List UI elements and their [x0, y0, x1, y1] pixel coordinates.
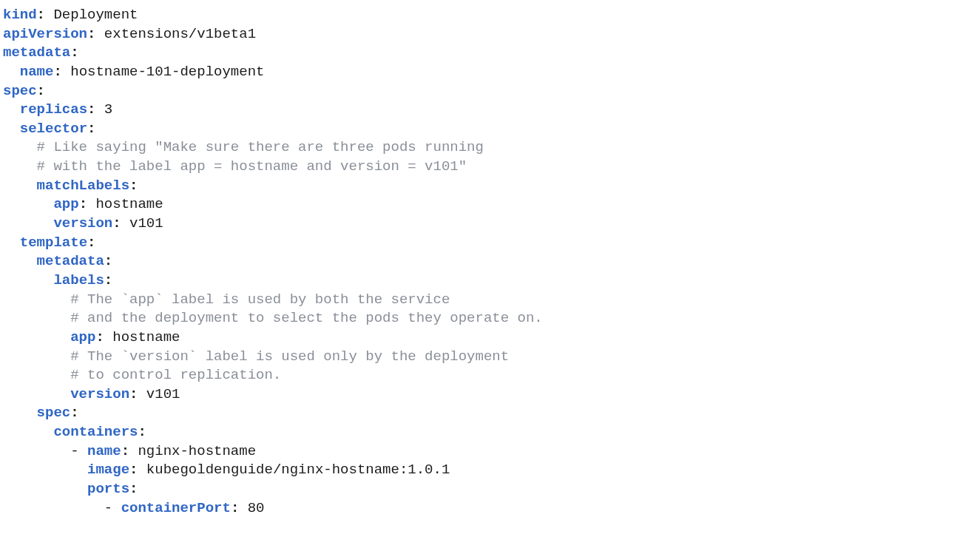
comment: # and the deployment to select the pods … [70, 310, 543, 326]
colon: : [87, 121, 95, 137]
key-name: name [20, 64, 54, 80]
colon: : [129, 386, 146, 402]
key-app: app [53, 196, 78, 212]
val-apiversion: extensions/v1beta1 [104, 26, 256, 42]
line-comment-labels-1: # The `app` label is used by both the se… [3, 291, 450, 308]
key-cnt-name: name [87, 443, 121, 459]
line-replicas: replicas: 3 [3, 101, 112, 118]
line-match-app: app: hostname [3, 196, 163, 212]
colon: : [129, 462, 146, 478]
line-tpl-version: version: v101 [3, 386, 180, 402]
val-tpl-version: v101 [146, 386, 180, 402]
val-tpl-app: hostname [112, 329, 180, 345]
line-comment-selector-1: # Like saying "Make sure there are three… [3, 139, 484, 155]
line-tpl-metadata: metadata: [3, 253, 112, 269]
val-kind: Deployment [53, 7, 138, 23]
line-cnt-ports: ports: [3, 481, 138, 497]
line-metadata: metadata: [3, 44, 79, 61]
key-tpl-spec: spec [37, 405, 71, 421]
colon: : [129, 481, 138, 497]
line-cnt-name: - name: nginx-hostname [3, 443, 256, 459]
line-metadata-name: name: hostname-101-deployment [3, 64, 264, 80]
line-tpl-spec: spec: [3, 405, 79, 421]
line-template: template: [3, 234, 95, 251]
comment: # The `app` label is used by both the se… [70, 291, 450, 308]
colon: : [87, 101, 104, 118]
line-comment-labels-2: # and the deployment to select the pods … [3, 310, 543, 326]
colon: : [104, 272, 112, 288]
key-metadata: metadata [3, 44, 70, 61]
comment: # Like saying "Make sure there are three… [37, 139, 484, 155]
val-version: v101 [129, 215, 163, 232]
key-version: version [53, 215, 112, 232]
comment: # The `version` label is used only by th… [70, 348, 509, 365]
val-cnt-name: nginx-hostname [138, 443, 256, 459]
colon: : [37, 7, 54, 23]
colon: : [95, 329, 112, 345]
key-containers: containers [53, 424, 138, 440]
yaml-code-block: kind: Deployment apiVersion: extensions/… [0, 0, 980, 518]
colon: : [231, 500, 248, 516]
key-replicas: replicas [20, 101, 87, 118]
val-cnt-image: kubegoldenguide/nginx-hostname:1.0.1 [146, 462, 450, 478]
key-apiversion: apiVersion [3, 26, 87, 42]
key-kind: kind [3, 7, 37, 23]
line-comment-labels-3: # The `version` label is used only by th… [3, 348, 509, 365]
line-matchlabels: matchLabels: [3, 178, 138, 194]
line-container-port: - containerPort: 80 [3, 500, 265, 516]
line-containers: containers: [3, 424, 146, 440]
line-selector: selector: [3, 121, 95, 137]
line-comment-selector-2: # with the label app = hostname and vers… [3, 158, 467, 175]
line-kind: kind: Deployment [3, 7, 138, 23]
val-containerport: 80 [248, 500, 265, 516]
line-cnt-image: image: kubegoldenguide/nginx-hostname:1.… [3, 462, 450, 478]
line-apiversion: apiVersion: extensions/v1beta1 [3, 26, 256, 42]
colon: : [87, 234, 95, 251]
colon: : [53, 64, 70, 80]
colon: : [129, 178, 138, 194]
key-tpl-labels: labels [53, 272, 104, 288]
colon: : [70, 405, 78, 421]
key-spec: spec [3, 83, 37, 99]
key-selector: selector [20, 121, 87, 137]
colon: : [79, 196, 96, 212]
colon: : [70, 44, 78, 61]
colon: : [112, 215, 129, 232]
comment: # to control replication. [70, 367, 281, 383]
key-cnt-ports: ports [87, 481, 129, 497]
colon: : [121, 443, 138, 459]
line-tpl-app: app: hostname [3, 329, 180, 345]
dash: - [70, 443, 87, 459]
line-spec: spec: [3, 83, 45, 99]
comment: # with the label app = hostname and vers… [37, 158, 467, 175]
dash: - [104, 500, 121, 516]
key-tpl-version: version [70, 386, 129, 402]
colon: : [138, 424, 146, 440]
val-name: hostname-101-deployment [70, 64, 264, 80]
line-match-version: version: v101 [3, 215, 163, 232]
colon: : [37, 83, 45, 99]
key-cnt-image: image [87, 462, 129, 478]
colon: : [87, 26, 104, 42]
key-template: template [20, 234, 87, 251]
key-matchlabels: matchLabels [37, 178, 129, 194]
colon: : [104, 253, 112, 269]
val-replicas: 3 [104, 101, 112, 118]
val-app: hostname [95, 196, 163, 212]
key-tpl-metadata: metadata [37, 253, 104, 269]
key-tpl-app: app [70, 329, 95, 345]
key-containerport: containerPort [121, 500, 231, 516]
line-comment-labels-4: # to control replication. [3, 367, 281, 383]
line-tpl-labels: labels: [3, 272, 112, 288]
